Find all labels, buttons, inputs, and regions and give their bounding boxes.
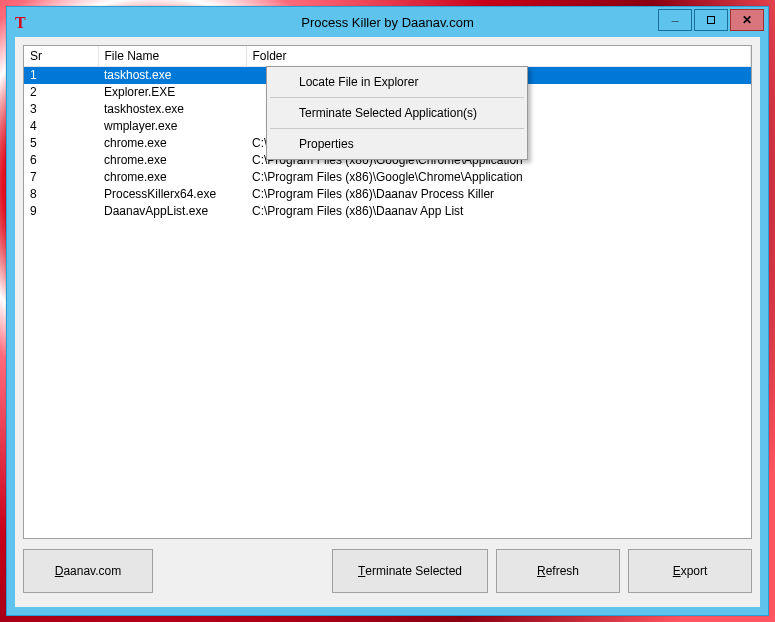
button-row: Daanav.com Terminate Selected Refresh Ex… bbox=[23, 549, 752, 593]
cell-sr: 4 bbox=[24, 118, 98, 135]
minimize-button[interactable]: _ bbox=[658, 9, 692, 31]
label-rest: efresh bbox=[546, 564, 579, 578]
mnemonic: T bbox=[358, 564, 365, 578]
label-rest: erminate Selected bbox=[365, 564, 462, 578]
table-row[interactable]: 9 DaanavAppList.exe C:\Program Files (x8… bbox=[24, 203, 751, 220]
col-header-sr[interactable]: Sr bbox=[24, 46, 98, 67]
spacer bbox=[161, 549, 324, 593]
cell-sr: 3 bbox=[24, 101, 98, 118]
cell-file: taskhost.exe bbox=[98, 67, 246, 84]
cell-file: ProcessKillerx64.exe bbox=[98, 186, 246, 203]
ctx-terminate[interactable]: Terminate Selected Application(s) bbox=[269, 100, 525, 126]
table-row[interactable]: 7 chrome.exe C:\Program Files (x86)\Goog… bbox=[24, 169, 751, 186]
process-list[interactable]: Sr File Name Folder 1 taskhost.exe 2 Exp… bbox=[23, 45, 752, 539]
cell-sr: 1 bbox=[24, 67, 98, 84]
export-button[interactable]: Export bbox=[628, 549, 752, 593]
label-rest: xport bbox=[681, 564, 708, 578]
context-menu: Locate File in Explorer Terminate Select… bbox=[266, 66, 528, 160]
app-icon: T bbox=[15, 14, 31, 30]
cell-file: chrome.exe bbox=[98, 169, 246, 186]
mnemonic: D bbox=[55, 564, 64, 578]
mnemonic: R bbox=[537, 564, 546, 578]
cell-sr: 2 bbox=[24, 84, 98, 101]
label-rest: aanav.com bbox=[63, 564, 121, 578]
close-button[interactable]: ✕ bbox=[730, 9, 764, 31]
cell-file: chrome.exe bbox=[98, 152, 246, 169]
cell-file: wmplayer.exe bbox=[98, 118, 246, 135]
cell-folder: C:\Program Files (x86)\Daanav App List bbox=[246, 203, 751, 220]
col-header-folder[interactable]: Folder bbox=[246, 46, 751, 67]
ctx-separator bbox=[270, 128, 524, 129]
ctx-separator bbox=[270, 97, 524, 98]
ctx-locate-file[interactable]: Locate File in Explorer bbox=[269, 69, 525, 95]
window-controls: _ ✕ bbox=[658, 9, 764, 31]
client-area: Sr File Name Folder 1 taskhost.exe 2 Exp… bbox=[15, 37, 760, 607]
titlebar[interactable]: T Process Killer by Daanav.com _ ✕ bbox=[7, 7, 768, 37]
cell-file: DaanavAppList.exe bbox=[98, 203, 246, 220]
cell-file: taskhostex.exe bbox=[98, 101, 246, 118]
cell-sr: 8 bbox=[24, 186, 98, 203]
col-header-file[interactable]: File Name bbox=[98, 46, 246, 67]
cell-sr: 6 bbox=[24, 152, 98, 169]
daanav-link-button[interactable]: Daanav.com bbox=[23, 549, 153, 593]
app-window: T Process Killer by Daanav.com _ ✕ Sr Fi… bbox=[6, 6, 769, 616]
window-title: Process Killer by Daanav.com bbox=[7, 15, 768, 30]
terminate-selected-button[interactable]: Terminate Selected bbox=[332, 549, 488, 593]
refresh-button[interactable]: Refresh bbox=[496, 549, 620, 593]
maximize-button[interactable] bbox=[694, 9, 728, 31]
ctx-properties[interactable]: Properties bbox=[269, 131, 525, 157]
cell-file: chrome.exe bbox=[98, 135, 246, 152]
cell-folder: C:\Program Files (x86)\Google\Chrome\App… bbox=[246, 169, 751, 186]
mnemonic: E bbox=[673, 564, 681, 578]
cell-sr: 5 bbox=[24, 135, 98, 152]
cell-file: Explorer.EXE bbox=[98, 84, 246, 101]
cell-sr: 9 bbox=[24, 203, 98, 220]
cell-folder: C:\Program Files (x86)\Daanav Process Ki… bbox=[246, 186, 751, 203]
table-row[interactable]: 8 ProcessKillerx64.exe C:\Program Files … bbox=[24, 186, 751, 203]
cell-sr: 7 bbox=[24, 169, 98, 186]
